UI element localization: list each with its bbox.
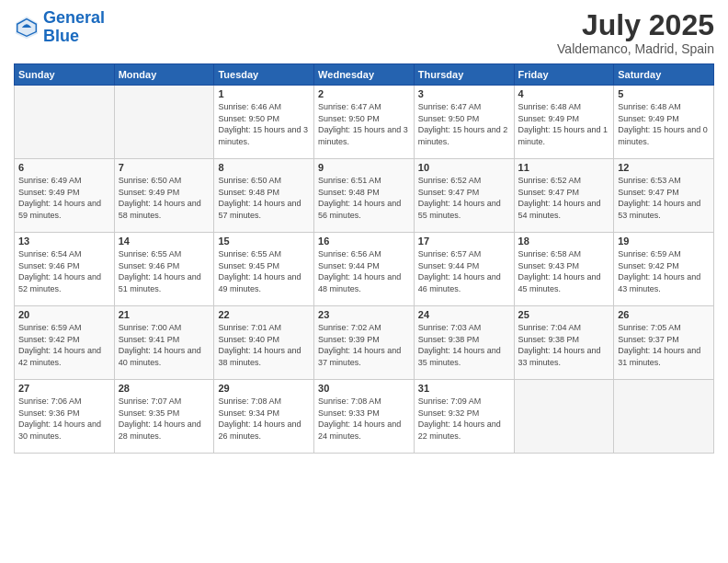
day-info: Sunrise: 6:49 AMSunset: 9:49 PMDaylight:… (18, 175, 110, 221)
day-info: Sunrise: 6:47 AMSunset: 9:50 PMDaylight:… (418, 101, 510, 147)
day-cell-w1-d2 (114, 86, 214, 159)
day-cell-w1-d5: 3Sunrise: 6:47 AMSunset: 9:50 PMDaylight… (414, 86, 514, 159)
day-number: 13 (18, 236, 110, 247)
day-info: Sunrise: 6:52 AMSunset: 9:47 PMDaylight:… (518, 175, 610, 221)
calendar-body: 1Sunrise: 6:46 AMSunset: 9:50 PMDaylight… (15, 86, 714, 454)
day-info: Sunrise: 6:53 AMSunset: 9:47 PMDaylight:… (618, 175, 710, 221)
header-monday: Monday (114, 64, 214, 86)
header-saturday: Saturday (614, 64, 714, 86)
day-number: 30 (318, 383, 410, 394)
day-info: Sunrise: 6:56 AMSunset: 9:44 PMDaylight:… (318, 248, 410, 294)
day-info: Sunrise: 7:03 AMSunset: 9:38 PMDaylight:… (418, 322, 510, 368)
day-cell-w4-d7: 26Sunrise: 7:05 AMSunset: 9:37 PMDayligh… (614, 306, 714, 380)
logo-text: General Blue (43, 9, 105, 46)
day-number: 18 (518, 236, 610, 247)
day-number: 16 (318, 236, 410, 247)
day-info: Sunrise: 7:07 AMSunset: 9:35 PMDaylight:… (119, 396, 210, 442)
day-number: 26 (618, 309, 710, 320)
week-row-3: 13Sunrise: 6:54 AMSunset: 9:46 PMDayligh… (15, 233, 714, 306)
day-info: Sunrise: 6:54 AMSunset: 9:46 PMDaylight:… (18, 248, 110, 294)
week-row-2: 6Sunrise: 6:49 AMSunset: 9:49 PMDaylight… (15, 159, 714, 233)
day-cell-w5-d4: 30Sunrise: 7:08 AMSunset: 9:33 PMDayligh… (314, 380, 415, 454)
day-info: Sunrise: 7:05 AMSunset: 9:37 PMDaylight:… (618, 322, 710, 368)
day-number: 28 (119, 383, 210, 394)
title-block: July 2025 Valdemanco, Madrid, Spain (557, 9, 714, 56)
day-cell-w3-d1: 13Sunrise: 6:54 AMSunset: 9:46 PMDayligh… (15, 233, 115, 306)
day-info: Sunrise: 6:58 AMSunset: 9:43 PMDaylight:… (518, 248, 610, 294)
day-info: Sunrise: 7:06 AMSunset: 9:36 PMDaylight:… (18, 396, 110, 442)
day-info: Sunrise: 6:46 AMSunset: 9:50 PMDaylight:… (218, 101, 310, 147)
day-cell-w5-d6 (514, 380, 614, 454)
day-info: Sunrise: 7:00 AMSunset: 9:41 PMDaylight:… (119, 322, 210, 368)
day-number: 6 (18, 162, 110, 173)
day-number: 14 (119, 236, 210, 247)
day-info: Sunrise: 6:55 AMSunset: 9:46 PMDaylight:… (119, 248, 210, 294)
day-cell-w4-d3: 22Sunrise: 7:01 AMSunset: 9:40 PMDayligh… (214, 306, 314, 380)
day-info: Sunrise: 6:48 AMSunset: 9:49 PMDaylight:… (518, 101, 610, 147)
header-sunday: Sunday (15, 64, 115, 86)
day-cell-w3-d4: 16Sunrise: 6:56 AMSunset: 9:44 PMDayligh… (314, 233, 415, 306)
day-cell-w2-d4: 9Sunrise: 6:51 AMSunset: 9:48 PMDaylight… (314, 159, 415, 233)
day-number: 9 (318, 162, 410, 173)
logo-blue: Blue (43, 27, 79, 45)
day-info: Sunrise: 7:08 AMSunset: 9:34 PMDaylight:… (218, 396, 310, 442)
day-info: Sunrise: 6:50 AMSunset: 9:48 PMDaylight:… (218, 175, 310, 221)
day-cell-w2-d5: 10Sunrise: 6:52 AMSunset: 9:47 PMDayligh… (414, 159, 514, 233)
day-cell-w4-d4: 23Sunrise: 7:02 AMSunset: 9:39 PMDayligh… (314, 306, 415, 380)
location: Valdemanco, Madrid, Spain (557, 41, 714, 56)
day-info: Sunrise: 7:01 AMSunset: 9:40 PMDaylight:… (218, 322, 310, 368)
calendar-page: General Blue July 2025 Valdemanco, Madri… (0, 0, 728, 563)
day-info: Sunrise: 6:59 AMSunset: 9:42 PMDaylight:… (618, 248, 710, 294)
day-info: Sunrise: 6:59 AMSunset: 9:42 PMDaylight:… (18, 322, 110, 368)
day-number: 4 (518, 88, 610, 99)
header-thursday: Thursday (414, 64, 514, 86)
day-cell-w1-d7: 5Sunrise: 6:48 AMSunset: 9:49 PMDaylight… (614, 86, 714, 159)
day-info: Sunrise: 7:02 AMSunset: 9:39 PMDaylight:… (318, 322, 410, 368)
day-number: 25 (518, 309, 610, 320)
day-info: Sunrise: 6:50 AMSunset: 9:49 PMDaylight:… (119, 175, 210, 221)
day-cell-w3-d7: 19Sunrise: 6:59 AMSunset: 9:42 PMDayligh… (614, 233, 714, 306)
day-cell-w2-d6: 11Sunrise: 6:52 AMSunset: 9:47 PMDayligh… (514, 159, 614, 233)
day-cell-w2-d2: 7Sunrise: 6:50 AMSunset: 9:49 PMDaylight… (114, 159, 214, 233)
day-info: Sunrise: 6:51 AMSunset: 9:48 PMDaylight:… (318, 175, 410, 221)
logo: General Blue (14, 9, 105, 46)
day-info: Sunrise: 6:52 AMSunset: 9:47 PMDaylight:… (418, 175, 510, 221)
day-number: 11 (518, 162, 610, 173)
day-cell-w2-d3: 8Sunrise: 6:50 AMSunset: 9:48 PMDaylight… (214, 159, 314, 233)
week-row-1: 1Sunrise: 6:46 AMSunset: 9:50 PMDaylight… (15, 86, 714, 159)
header-tuesday: Tuesday (214, 64, 314, 86)
day-number: 8 (218, 162, 310, 173)
day-cell-w5-d1: 27Sunrise: 7:06 AMSunset: 9:36 PMDayligh… (15, 380, 115, 454)
day-number: 27 (18, 383, 110, 394)
day-cell-w3-d6: 18Sunrise: 6:58 AMSunset: 9:43 PMDayligh… (514, 233, 614, 306)
header: General Blue July 2025 Valdemanco, Madri… (14, 9, 714, 56)
day-info: Sunrise: 6:55 AMSunset: 9:45 PMDaylight:… (218, 248, 310, 294)
day-info: Sunrise: 6:48 AMSunset: 9:49 PMDaylight:… (618, 101, 710, 147)
day-cell-w4-d6: 25Sunrise: 7:04 AMSunset: 9:38 PMDayligh… (514, 306, 614, 380)
day-number: 10 (418, 162, 510, 173)
day-number: 5 (618, 88, 710, 99)
day-headers-row: Sunday Monday Tuesday Wednesday Thursday… (15, 64, 714, 86)
day-info: Sunrise: 7:09 AMSunset: 9:32 PMDaylight:… (418, 396, 510, 442)
day-number: 21 (119, 309, 210, 320)
day-number: 23 (318, 309, 410, 320)
day-number: 19 (618, 236, 710, 247)
day-cell-w3-d5: 17Sunrise: 6:57 AMSunset: 9:44 PMDayligh… (414, 233, 514, 306)
day-info: Sunrise: 6:47 AMSunset: 9:50 PMDaylight:… (318, 101, 410, 147)
day-info: Sunrise: 7:08 AMSunset: 9:33 PMDaylight:… (318, 396, 410, 442)
day-number: 12 (618, 162, 710, 173)
day-number: 31 (418, 383, 510, 394)
day-cell-w2-d7: 12Sunrise: 6:53 AMSunset: 9:47 PMDayligh… (614, 159, 714, 233)
day-cell-w1-d1 (15, 86, 115, 159)
day-cell-w1-d6: 4Sunrise: 6:48 AMSunset: 9:49 PMDaylight… (514, 86, 614, 159)
day-cell-w5-d2: 28Sunrise: 7:07 AMSunset: 9:35 PMDayligh… (114, 380, 214, 454)
day-number: 20 (18, 309, 110, 320)
week-row-4: 20Sunrise: 6:59 AMSunset: 9:42 PMDayligh… (15, 306, 714, 380)
day-info: Sunrise: 7:04 AMSunset: 9:38 PMDaylight:… (518, 322, 610, 368)
day-number: 2 (318, 88, 410, 99)
header-wednesday: Wednesday (314, 64, 415, 86)
day-number: 1 (218, 88, 310, 99)
day-cell-w1-d3: 1Sunrise: 6:46 AMSunset: 9:50 PMDaylight… (214, 86, 314, 159)
calendar-table: Sunday Monday Tuesday Wednesday Thursday… (14, 63, 714, 454)
day-number: 7 (119, 162, 210, 173)
